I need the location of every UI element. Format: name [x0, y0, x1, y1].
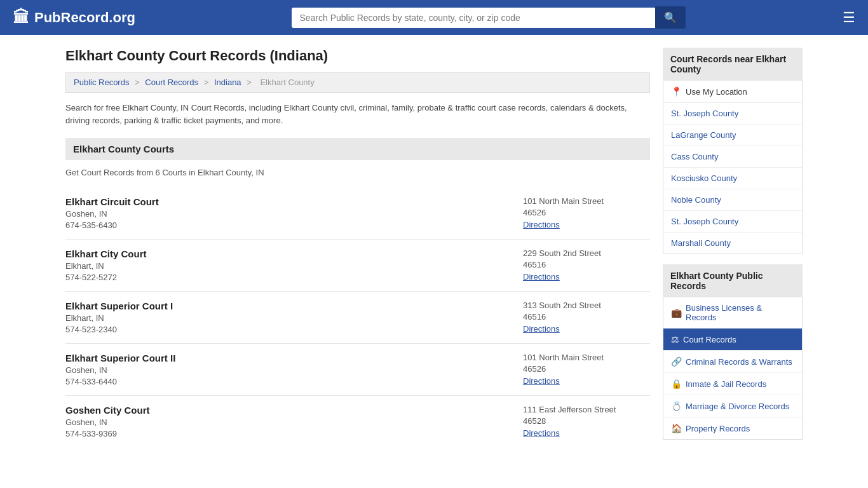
records-icon-5: 🏠: [671, 423, 682, 433]
court-name-2: Elkhart Superior Court I: [65, 301, 173, 311]
nearby-item-3[interactable]: Cass County: [663, 146, 802, 168]
records-item-2[interactable]: 🔗 Criminal Records & Warrants: [663, 351, 802, 373]
court-entry: Elkhart City Court Elkhart, IN 574-522-5…: [65, 240, 650, 292]
content-area: Elkhart County Court Records (Indiana) P…: [65, 48, 650, 450]
nearby-icon-0: 📍: [671, 86, 682, 97]
court-city-2: Elkhart, IN: [65, 313, 173, 323]
nearby-item-5[interactable]: Noble County: [663, 189, 802, 211]
court-address-4: 111 East Jefferson Street: [523, 405, 650, 414]
court-left-2: Elkhart Superior Court I Elkhart, IN 574…: [65, 301, 173, 334]
court-zip-0: 46526: [523, 208, 650, 217]
logo-icon: 🏛: [13, 8, 29, 27]
records-item-1[interactable]: ⚖ Court Records: [663, 329, 802, 351]
directions-link-2[interactable]: Directions: [523, 324, 560, 334]
nearby-label-6: St. Joseph County: [671, 217, 738, 226]
records-item-0[interactable]: 💼 Business Licenses & Records: [663, 297, 802, 329]
records-icon-4: 💍: [671, 401, 682, 411]
courts-list: Elkhart Circuit Court Goshen, IN 674-535…: [65, 187, 650, 447]
records-section-title: Elkhart County Public Records: [663, 264, 803, 297]
court-right-3: 101 North Main Street 46526 Directions: [523, 353, 650, 386]
records-icon-2: 🔗: [671, 356, 682, 367]
header: 🏛 PubRecord.org 🔍 ☰: [0, 0, 868, 35]
court-left-0: Elkhart Circuit Court Goshen, IN 674-535…: [65, 196, 159, 230]
court-name-1: Elkhart City Court: [65, 248, 147, 259]
court-address-3: 101 North Main Street: [523, 353, 650, 362]
site-logo[interactable]: 🏛 PubRecord.org: [13, 8, 135, 27]
court-zip-2: 46516: [523, 312, 650, 322]
records-label-2: Criminal Records & Warrants: [686, 357, 792, 367]
nearby-list: 📍 Use My Location St. Joseph County LaGr…: [663, 81, 803, 254]
menu-icon[interactable]: ☰: [843, 10, 855, 26]
breadcrumb-public-records[interactable]: Public Records: [74, 78, 129, 87]
nearby-label-4: Kosciusko County: [671, 173, 737, 183]
court-city-0: Goshen, IN: [65, 209, 159, 219]
courts-section-sub: Get Court Records from 6 Courts in Elkha…: [65, 168, 650, 177]
nearby-item-2[interactable]: LaGrange County: [663, 125, 802, 146]
nearby-item-1[interactable]: St. Joseph County: [663, 103, 802, 125]
search-input[interactable]: [292, 8, 655, 28]
court-left-3: Elkhart Superior Court II Goshen, IN 574…: [65, 353, 175, 386]
search-button[interactable]: 🔍: [655, 6, 686, 29]
search-icon: 🔍: [664, 12, 677, 23]
court-city-4: Goshen, IN: [65, 417, 150, 427]
records-item-3[interactable]: 🔒 Inmate & Jail Records: [663, 373, 802, 395]
court-entry: Elkhart Superior Court I Elkhart, IN 574…: [65, 292, 650, 344]
breadcrumb: Public Records > Court Records > Indiana…: [65, 72, 650, 93]
court-phone-4: 574-533-9369: [65, 429, 150, 438]
nearby-label-1: St. Joseph County: [671, 109, 738, 118]
directions-link-3[interactable]: Directions: [523, 376, 560, 386]
records-label-5: Property Records: [686, 424, 750, 433]
records-icon-0: 💼: [671, 308, 682, 318]
court-entry: Elkhart Superior Court II Goshen, IN 574…: [65, 344, 650, 396]
records-list: 💼 Business Licenses & Records ⚖ Court Re…: [663, 297, 803, 440]
logo-text: PubRecord.org: [34, 10, 135, 26]
records-label-4: Marriage & Divorce Records: [686, 402, 789, 411]
court-address-1: 229 South 2nd Street: [523, 248, 650, 258]
court-right-2: 313 South 2nd Street 46516 Directions: [523, 301, 650, 334]
breadcrumb-sep-3: >: [247, 78, 254, 87]
directions-link-4[interactable]: Directions: [523, 428, 560, 438]
records-icon-3: 🔒: [671, 379, 682, 389]
records-label-1: Court Records: [683, 335, 736, 344]
court-city-1: Elkhart, IN: [65, 261, 147, 271]
court-phone-0: 674-535-6430: [65, 220, 159, 230]
page-title: Elkhart County Court Records (Indiana): [65, 48, 650, 64]
court-phone-1: 574-522-5272: [65, 273, 147, 282]
breadcrumb-sep-2: >: [204, 78, 211, 87]
directions-link-0[interactable]: Directions: [523, 220, 560, 229]
nearby-item-6[interactable]: St. Joseph County: [663, 211, 802, 233]
nearby-item-4[interactable]: Kosciusko County: [663, 168, 802, 189]
records-icon-1: ⚖: [671, 334, 679, 344]
court-name-3: Elkhart Superior Court II: [65, 353, 175, 363]
nearby-label-2: LaGrange County: [671, 130, 736, 140]
nearby-item-7[interactable]: Marshall County: [663, 233, 802, 254]
court-zip-4: 46528: [523, 416, 650, 426]
sidebar: Court Records near Elkhart County 📍 Use …: [663, 48, 803, 450]
court-phone-2: 574-523-2340: [65, 325, 173, 334]
court-name-4: Goshen City Court: [65, 405, 150, 416]
court-address-2: 313 South 2nd Street: [523, 301, 650, 310]
nearby-label-7: Marshall County: [671, 238, 731, 248]
records-item-5[interactable]: 🏠 Property Records: [663, 417, 802, 439]
records-label-3: Inmate & Jail Records: [686, 379, 766, 389]
breadcrumb-current: Elkhart County: [260, 78, 314, 87]
court-entry: Elkhart Circuit Court Goshen, IN 674-535…: [65, 187, 650, 240]
court-left-1: Elkhart City Court Elkhart, IN 574-522-5…: [65, 248, 147, 282]
breadcrumb-court-records[interactable]: Court Records: [145, 78, 198, 87]
search-bar: 🔍: [292, 6, 686, 29]
breadcrumb-indiana[interactable]: Indiana: [214, 78, 241, 87]
nearby-label-3: Cass County: [671, 152, 718, 161]
main-container: Elkhart County Court Records (Indiana) P…: [53, 48, 815, 450]
nearby-item-0[interactable]: 📍 Use My Location: [663, 81, 802, 103]
court-zip-1: 46516: [523, 260, 650, 269]
court-name-0: Elkhart Circuit Court: [65, 196, 159, 207]
court-left-4: Goshen City Court Goshen, IN 574-533-936…: [65, 405, 150, 438]
court-right-4: 111 East Jefferson Street 46528 Directio…: [523, 405, 650, 438]
nearby-label-5: Noble County: [671, 195, 721, 205]
nearby-section-title: Court Records near Elkhart County: [663, 48, 803, 81]
court-zip-3: 46526: [523, 364, 650, 374]
records-item-4[interactable]: 💍 Marriage & Divorce Records: [663, 395, 802, 417]
court-right-0: 101 North Main Street 46526 Directions: [523, 196, 650, 230]
directions-link-1[interactable]: Directions: [523, 272, 560, 281]
courts-section-header: Elkhart County Courts: [65, 138, 650, 160]
